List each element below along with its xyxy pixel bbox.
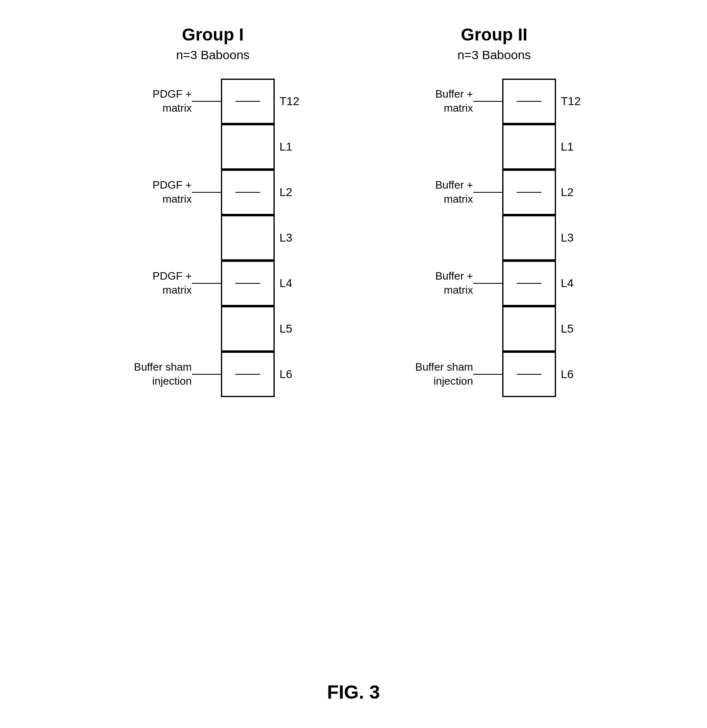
vertebra-box-1-4	[502, 261, 556, 306]
label-right-0-0: T12	[280, 95, 300, 108]
vertebra-box-1-1	[502, 124, 556, 170]
label-left-0-2: PDGF + matrix	[126, 178, 192, 206]
vertebra-row-0-2: PDGF + matrixL2	[110, 170, 316, 215]
label-right-1-0: T12	[561, 95, 582, 108]
vertebra-row-0-6: Buffer sham injectionL6	[110, 352, 316, 397]
inner-line-0-0	[235, 101, 260, 102]
label-right-0-4: L4	[280, 277, 300, 290]
vertebra-box-0-3	[221, 215, 275, 261]
fig-label: FIG. 3	[327, 681, 380, 703]
group-subtitle-0: n=3 Baboons	[176, 48, 250, 62]
connector-line-0-6	[192, 374, 221, 375]
inner-line-1-6	[517, 374, 542, 375]
vertebra-row-1-2: Buffer + matrixL2	[391, 170, 598, 215]
vertebra-box-0-1	[221, 124, 275, 170]
vertebra-box-0-2	[221, 170, 275, 215]
group-group1: Group In=3 BaboonsPDGF + matrixT12placeh…	[110, 25, 316, 397]
vertebra-box-1-2	[502, 170, 556, 215]
vertebra-row-1-3: placeholder textL3	[391, 215, 598, 261]
connector-line-0-0	[192, 101, 221, 102]
label-right-1-1: L1	[561, 140, 582, 153]
group-title-1: Group II	[461, 25, 527, 45]
inner-line-0-6	[235, 374, 260, 375]
label-right-0-2: L2	[280, 186, 300, 199]
vertebra-box-1-3	[502, 215, 556, 261]
vertebra-box-1-0	[502, 79, 556, 124]
vertebra-row-1-6: Buffer sham injectionL6	[391, 352, 598, 397]
group-group2: Group IIn=3 BaboonsBuffer + matrixT12pla…	[391, 25, 598, 397]
label-right-0-1: L1	[280, 140, 300, 153]
group-title-0: Group I	[182, 25, 244, 45]
label-right-1-5: L5	[561, 322, 582, 335]
vertebra-row-1-5: placeholder textL5	[391, 306, 598, 352]
connector-line-0-2	[192, 192, 221, 193]
vertebra-box-0-4	[221, 261, 275, 306]
inner-line-0-2	[235, 192, 260, 193]
label-right-1-3: L3	[561, 231, 582, 244]
vertebra-box-0-5	[221, 306, 275, 352]
label-right-1-6: L6	[561, 368, 582, 381]
inner-line-0-4	[235, 283, 260, 284]
label-left-1-4: Buffer + matrix	[407, 269, 473, 297]
vertebra-row-0-1: placeholder textL1	[110, 124, 316, 170]
vertebra-row-1-0: Buffer + matrixT12	[391, 79, 598, 124]
label-left-1-0: Buffer + matrix	[407, 87, 473, 115]
vertebra-box-0-6	[221, 352, 275, 397]
label-right-0-5: L5	[280, 322, 300, 335]
vertebra-box-0-0	[221, 79, 275, 124]
vertebra-row-0-4: PDGF + matrixL4	[110, 261, 316, 306]
label-left-1-2: Buffer + matrix	[407, 178, 473, 206]
label-right-0-6: L6	[280, 368, 300, 381]
inner-line-1-2	[517, 192, 542, 193]
vertebra-row-0-0: PDGF + matrixT12	[110, 79, 316, 124]
vertebra-row-0-5: placeholder textL5	[110, 306, 316, 352]
label-left-0-6: Buffer sham injection	[126, 360, 192, 388]
spine-container-1: Buffer + matrixT12placeholder textL1Buff…	[391, 79, 598, 397]
vertebra-row-0-3: placeholder textL3	[110, 215, 316, 261]
connector-line-1-2	[473, 192, 502, 193]
vertebra-box-1-6	[502, 352, 556, 397]
vertebra-row-1-4: Buffer + matrixL4	[391, 261, 598, 306]
group-subtitle-1: n=3 Baboons	[458, 48, 531, 62]
inner-line-1-0	[517, 101, 542, 102]
label-left-0-0: PDGF + matrix	[126, 87, 192, 115]
label-left-0-4: PDGF + matrix	[126, 269, 192, 297]
page-container: Group In=3 BaboonsPDGF + matrixT12placeh…	[0, 0, 707, 728]
vertebra-row-1-1: placeholder textL1	[391, 124, 598, 170]
vertebra-box-1-5	[502, 306, 556, 352]
label-left-1-6: Buffer sham injection	[407, 360, 473, 388]
connector-line-1-4	[473, 283, 502, 284]
label-right-1-2: L2	[561, 186, 582, 199]
connector-line-1-6	[473, 374, 502, 375]
label-right-0-3: L3	[280, 231, 300, 244]
inner-line-1-4	[517, 283, 542, 284]
spine-container-0: PDGF + matrixT12placeholder textL1PDGF +…	[110, 79, 316, 397]
label-right-1-4: L4	[561, 277, 582, 290]
connector-line-1-0	[473, 101, 502, 102]
groups-row: Group In=3 BaboonsPDGF + matrixT12placeh…	[110, 25, 598, 664]
connector-line-0-4	[192, 283, 221, 284]
